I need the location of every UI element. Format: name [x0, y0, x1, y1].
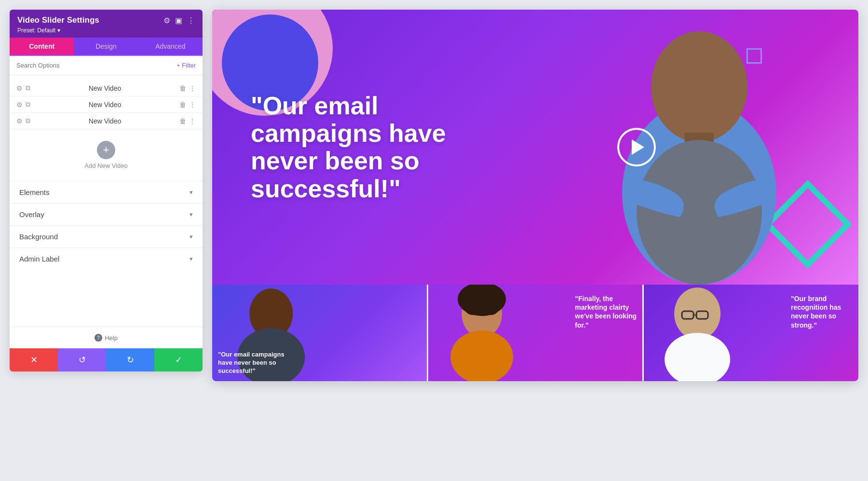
video-item-3-label: New Video [34, 117, 176, 125]
admin-chevron: ▾ [190, 255, 193, 262]
panel-header: Video Slider Settings ⚙ ▣ ⋮ Preset: Defa… [10, 10, 203, 38]
video-item-2: ⚙ ⧉ New Video 🗑 ⋮ [10, 96, 203, 113]
help-section: ? Help [10, 327, 203, 348]
admin-label-text: Admin Label [19, 255, 59, 263]
delete-icon-item1[interactable]: 🗑 [179, 84, 186, 92]
thumbnail-2[interactable]: "Finally, the marketing clairty we've be… [428, 285, 644, 381]
person-figure [569, 10, 829, 285]
elements-section[interactable]: Elements ▾ [10, 181, 203, 203]
help-link[interactable]: ? Help [16, 334, 196, 342]
duplicate-icon-item3[interactable]: ⧉ [26, 117, 30, 125]
svg-point-10 [450, 330, 513, 381]
tab-design[interactable]: Design [74, 38, 138, 55]
tab-bar: Content Design Advanced [10, 38, 203, 56]
more-icon[interactable]: ⋮ [187, 16, 195, 25]
header-icons: ⚙ ▣ ⋮ [163, 16, 195, 25]
thumb-1-text: "Our email campaigns have never been so … [218, 351, 295, 375]
item-left-icons: ⚙ ⧉ [16, 84, 30, 92]
thumb-2-text: "Finally, the marketing clairty we've be… [575, 294, 637, 330]
cancel-button[interactable]: ✕ [10, 348, 58, 371]
duplicate-icon-item2[interactable]: ⧉ [26, 100, 30, 109]
elements-label: Elements [19, 188, 50, 196]
thumb-person-2 [428, 285, 535, 381]
redo-button[interactable]: ↻ [106, 348, 154, 371]
admin-label-section[interactable]: Admin Label ▾ [10, 247, 203, 270]
overlay-label: Overlay [19, 210, 44, 219]
settings-icon[interactable]: ⚙ [163, 16, 170, 25]
more-icon-item1[interactable]: ⋮ [189, 84, 196, 92]
background-label: Background [19, 233, 58, 241]
main-slide: "Our email campaigns have never been so … [212, 10, 858, 285]
svg-point-15 [665, 333, 731, 381]
slide-text: "Our email campaigns have never been so … [251, 92, 482, 203]
more-icon-item3[interactable]: ⋮ [189, 117, 196, 125]
filter-button[interactable]: + Filter [176, 62, 196, 69]
background-chevron: ▾ [190, 233, 193, 240]
panel-title: Video Slider Settings [17, 15, 99, 25]
tab-content[interactable]: Content [10, 38, 74, 55]
search-input[interactable] [16, 62, 173, 69]
delete-icon-item2[interactable]: 🗑 [179, 101, 186, 109]
add-new-label: Add New Video [84, 162, 127, 169]
play-button[interactable] [617, 128, 656, 166]
panel-content: ⚙ ⧉ New Video 🗑 ⋮ ⚙ ⧉ New Video 🗑 ⋮ [10, 75, 203, 327]
add-circle-icon: + [97, 141, 115, 159]
thumb-person-3 [644, 285, 751, 381]
thumbnail-3[interactable]: "Our brand recognition has never been so… [644, 285, 858, 381]
background-section[interactable]: Background ▾ [10, 225, 203, 247]
svg-point-8 [462, 288, 482, 315]
thumb-3-text: "Our brand recognition has never been so… [791, 294, 854, 330]
overlay-section[interactable]: Overlay ▾ [10, 203, 203, 225]
overlay-chevron: ▾ [190, 211, 193, 218]
preview-area: "Our email campaigns have never been so … [212, 10, 858, 381]
slide-quote: "Our email campaigns have never been so … [251, 92, 482, 203]
preset-label[interactable]: Preset: Default [17, 27, 195, 34]
delete-icon-item3[interactable]: 🗑 [179, 117, 186, 125]
layout-icon[interactable]: ▣ [175, 16, 182, 25]
svg-point-3 [637, 140, 762, 285]
settings-panel: Video Slider Settings ⚙ ▣ ⋮ Preset: Defa… [10, 10, 203, 371]
elements-chevron: ▾ [190, 189, 193, 196]
svg-point-9 [482, 288, 501, 315]
item-right-icons-2: 🗑 ⋮ [179, 101, 196, 109]
play-icon [632, 139, 644, 155]
more-icon-item2[interactable]: ⋮ [189, 101, 196, 109]
help-icon: ? [95, 334, 102, 342]
svg-point-11 [675, 288, 721, 340]
settings-icon-item1[interactable]: ⚙ [16, 84, 23, 92]
video-item-2-label: New Video [34, 101, 176, 109]
video-item-1-label: New Video [34, 84, 176, 92]
search-bar: + Filter [10, 56, 203, 75]
item-left-icons-3: ⚙ ⧉ [16, 117, 30, 125]
settings-icon-item3[interactable]: ⚙ [16, 117, 23, 125]
settings-icon-item2[interactable]: ⚙ [16, 101, 23, 109]
undo-button[interactable]: ↺ [58, 348, 106, 371]
svg-point-1 [651, 31, 747, 142]
video-item-1: ⚙ ⧉ New Video 🗑 ⋮ [10, 80, 203, 96]
tab-advanced[interactable]: Advanced [138, 38, 203, 55]
item-right-icons-3: 🗑 ⋮ [179, 117, 196, 125]
item-right-icons: 🗑 ⋮ [179, 84, 196, 92]
thumbnail-row: "Our email campaigns have never been so … [212, 285, 858, 381]
help-label: Help [105, 334, 118, 342]
thumbnail-1[interactable]: "Our email campaigns have never been so … [212, 285, 428, 381]
duplicate-icon-item1[interactable]: ⧉ [26, 84, 30, 92]
add-new-button[interactable]: + Add New Video [10, 133, 203, 177]
item-left-icons-2: ⚙ ⧉ [16, 100, 30, 109]
save-button[interactable]: ✓ [154, 348, 203, 371]
bottom-bar: ✕ ↺ ↻ ✓ [10, 348, 203, 371]
video-item-3: ⚙ ⧉ New Video 🗑 ⋮ [10, 113, 203, 129]
